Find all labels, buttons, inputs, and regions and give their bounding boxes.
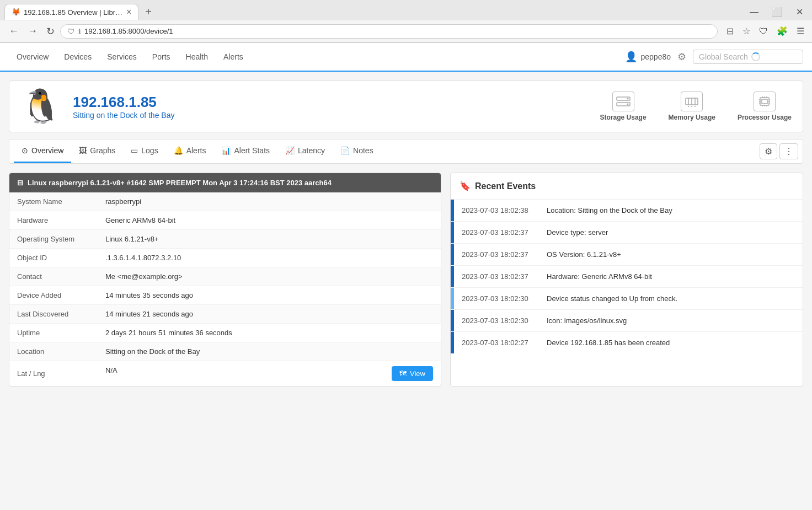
- svg-point-2: [627, 98, 628, 100]
- svg-rect-12: [762, 99, 767, 104]
- row-label: Lat / Lng: [9, 361, 98, 386]
- memory-icon: [681, 92, 703, 111]
- app-navbar: Overview Devices Services Ports Health A…: [0, 43, 812, 72]
- restore-button[interactable]: ⬜: [767, 6, 787, 18]
- row-label: Operating System: [9, 230, 98, 249]
- event-timestamp-3: 2023-07-03 18:02:37: [454, 244, 542, 265]
- new-tab-button[interactable]: +: [141, 3, 156, 20]
- memory-usage-metric: Memory Usage: [669, 92, 715, 121]
- event-row-7: 2023-07-03 18:02:27 Device 192.168.1.85 …: [451, 332, 803, 353]
- row-value: 14 minutes 21 seconds ago: [98, 305, 441, 324]
- browser-tab[interactable]: 🦊 192.168.1.85 Overview | LibreN ×: [4, 4, 138, 20]
- storage-icon: [612, 92, 634, 111]
- nav-link-devices[interactable]: Devices: [56, 44, 99, 70]
- tab-latency-label: Latency: [298, 146, 325, 155]
- close-window-button[interactable]: ✕: [792, 6, 808, 18]
- device-header-card: 🐧 192.168.1.85 Sitting on the Dock of th…: [9, 80, 803, 132]
- tab-close-button[interactable]: ×: [126, 8, 131, 17]
- tab-alert-stats[interactable]: 📊 Alert Stats: [213, 139, 277, 163]
- bookmarks-icon[interactable]: ⊟: [724, 24, 736, 39]
- table-row: Last Discovered 14 minutes 21 seconds ag…: [9, 305, 441, 324]
- event-description-3: OS Version: 6.1.21-v8+: [542, 244, 803, 265]
- recent-events-header: 🔖 Recent Events: [451, 173, 803, 200]
- nav-link-overview[interactable]: Overview: [9, 44, 56, 70]
- tab-logs[interactable]: ▭ Logs: [123, 139, 165, 163]
- row-label: Last Discovered: [9, 305, 98, 324]
- tab-latency[interactable]: 📈 Latency: [277, 139, 333, 163]
- row-label: Hardware: [9, 211, 98, 230]
- main-content: ⊟ Linux raspberrypi 6.1.21-v8+ #1642 SMP…: [9, 173, 803, 386]
- tab-alert-stats-label: Alert Stats: [234, 146, 270, 155]
- view-map-icon: 🗺: [399, 369, 407, 378]
- storage-usage-metric: Storage Usage: [600, 92, 647, 121]
- browser-chrome: 🦊 192.168.1.85 Overview | LibreN × + — ⬜…: [0, 0, 812, 43]
- nav-links: Overview Devices Services Ports Health A…: [9, 44, 625, 70]
- tab-more-button[interactable]: ⋮: [779, 143, 798, 159]
- view-map-button[interactable]: 🗺 View: [392, 366, 433, 381]
- recent-events-title: Recent Events: [475, 181, 536, 191]
- event-row-3: 2023-07-03 18:02:37 OS Version: 6.1.21-v…: [451, 244, 803, 266]
- browser-toolbar-right: ⊟ ☆ 🛡 🧩 ☰: [724, 24, 806, 39]
- extensions-icon[interactable]: 🧩: [774, 24, 790, 39]
- tab-graphs[interactable]: 🖼 Graphs: [71, 139, 123, 163]
- tab-notes-label: Notes: [353, 146, 373, 155]
- row-value: 2 days 21 hours 51 minutes 36 seconds: [98, 324, 441, 342]
- tab-alerts-label: Alerts: [186, 146, 206, 155]
- storage-label: Storage Usage: [600, 114, 647, 121]
- star-icon[interactable]: ☆: [740, 24, 752, 39]
- event-description-4: Hardware: Generic ARMv8 64-bit: [542, 266, 803, 287]
- shield-toolbar-icon[interactable]: 🛡: [757, 24, 770, 39]
- row-label: System Name: [9, 192, 98, 211]
- reload-button[interactable]: ↻: [43, 24, 58, 39]
- global-search-label: Global Search: [699, 52, 748, 61]
- row-value: raspberrypi: [98, 192, 441, 211]
- tab-overview[interactable]: ⊙ Overview: [14, 139, 71, 163]
- table-row: Hardware Generic ARMv8 64-bit: [9, 211, 441, 230]
- event-timestamp-7: 2023-07-03 18:02:27: [454, 332, 542, 353]
- nav-link-alerts[interactable]: Alerts: [216, 44, 251, 70]
- system-info-table: System Name raspberrypi Hardware Generic…: [9, 192, 441, 386]
- forward-button[interactable]: →: [24, 24, 41, 38]
- nav-link-health[interactable]: Health: [178, 44, 216, 70]
- event-description-2: Device type: server: [542, 222, 803, 243]
- event-row-4: 2023-07-03 18:02:37 Hardware: Generic AR…: [451, 266, 803, 288]
- page-content: 🐧 192.168.1.85 Sitting on the Dock of th…: [0, 72, 812, 510]
- event-timestamp-1: 2023-07-03 18:02:38: [454, 200, 542, 221]
- tabs-actions: ⚙ ⋮: [760, 143, 798, 159]
- table-row: System Name raspberrypi: [9, 192, 441, 211]
- event-timestamp-5: 2023-07-03 18:02:30: [454, 288, 542, 309]
- device-metrics: Storage Usage Memory Usage: [600, 92, 792, 121]
- tab-notes[interactable]: 📄 Notes: [333, 139, 381, 163]
- back-button[interactable]: ←: [6, 24, 22, 38]
- row-value: Linux 6.1.21-v8+: [98, 230, 441, 249]
- system-info-header: ⊟ Linux raspberrypi 6.1.21-v8+ #1642 SMP…: [9, 173, 441, 192]
- browser-titlebar: 🦊 192.168.1.85 Overview | LibreN × + — ⬜…: [0, 0, 812, 20]
- minimize-button[interactable]: —: [745, 6, 763, 18]
- system-info-header-text: Linux raspberrypi 6.1.21-v8+ #1642 SMP P…: [28, 179, 332, 187]
- event-row-2: 2023-07-03 18:02:37 Device type: server: [451, 222, 803, 244]
- row-value: Me <me@example.org>: [98, 267, 441, 286]
- tab-alerts[interactable]: 🔔 Alerts: [166, 139, 214, 163]
- nav-link-ports[interactable]: Ports: [145, 44, 178, 70]
- window-controls: — ⬜ ✕: [745, 6, 808, 18]
- event-description-5: Device status changed to Up from check.: [542, 288, 803, 309]
- menu-icon[interactable]: ☰: [794, 24, 806, 39]
- event-row-1: 2023-07-03 18:02:38 Location: Sitting on…: [451, 200, 803, 222]
- event-timestamp-6: 2023-07-03 18:02:30: [454, 310, 542, 331]
- nav-link-services[interactable]: Services: [99, 44, 145, 70]
- event-description-7: Device 192.168.1.85 has been created: [542, 332, 803, 353]
- row-label: Uptime: [9, 324, 98, 342]
- tab-settings-button[interactable]: ⚙: [760, 143, 777, 159]
- processor-icon: [754, 92, 776, 111]
- alerts-tab-icon: 🔔: [174, 146, 183, 155]
- info-icon: ℹ: [78, 28, 81, 35]
- bookmark-icon: 🔖: [460, 181, 471, 191]
- row-value: Generic ARMv8 64-bit: [98, 211, 441, 230]
- tabs-bar: ⊙ Overview 🖼 Graphs ▭ Logs 🔔 Alerts 📊 Al…: [9, 139, 803, 164]
- event-row-5: 2023-07-03 18:02:30 Device status change…: [451, 288, 803, 310]
- graphs-tab-icon: 🖼: [79, 146, 87, 155]
- address-bar[interactable]: 🛡 ℹ 192.168.1.85:8000/device/1: [60, 24, 718, 39]
- global-search-input[interactable]: Global Search: [693, 50, 803, 64]
- settings-icon[interactable]: ⚙: [677, 51, 686, 63]
- event-timestamp-2: 2023-07-03 18:02:37: [454, 222, 542, 243]
